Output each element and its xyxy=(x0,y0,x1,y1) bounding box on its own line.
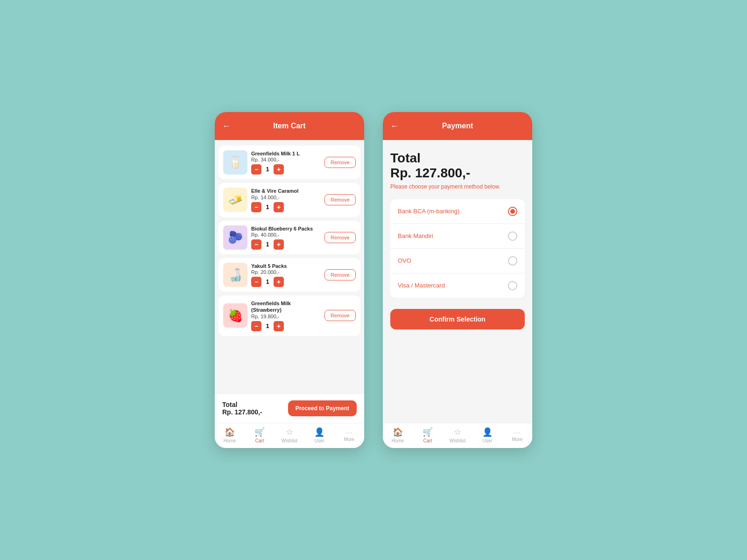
payment-nav-home[interactable]: 🏠 Home xyxy=(387,427,409,443)
qty-controls: − 1 + xyxy=(251,321,321,331)
cart-item-name: Greenfields Milk 1 L xyxy=(251,150,321,157)
payment-screen: ← Payment Total Rp. 127.800,- Please cho… xyxy=(383,112,532,448)
payment-nav-more[interactable]: ··· More xyxy=(506,429,529,442)
payment-option-label: OVO xyxy=(398,257,411,264)
cart-total-amount: Rp. 127.800,- xyxy=(222,408,262,416)
qty-decrease-button[interactable]: − xyxy=(251,239,261,250)
cart-total-label: Total xyxy=(222,401,262,408)
cart-item: 🫐 Biokul Blueberry 6 Packs Rp. 40.000,- … xyxy=(218,221,360,254)
nav-user-label: User xyxy=(314,438,324,443)
qty-decrease-button[interactable]: − xyxy=(251,321,261,331)
payment-total-amount: Rp. 127.800,- xyxy=(390,166,525,181)
qty-value: 1 xyxy=(264,241,271,248)
proceed-to-payment-button[interactable]: Proceed to Payment xyxy=(288,400,357,416)
screens-container: ← Item Cart 🥛 Greenfields Milk 1 L Rp. 3… xyxy=(215,84,532,476)
nav-cart[interactable]: 🛒 Cart xyxy=(248,427,271,443)
nav-cart-label: Cart xyxy=(255,438,264,443)
qty-value: 1 xyxy=(264,323,271,329)
remove-button[interactable]: Remove xyxy=(324,157,356,168)
cart-item-price: Rp. 14.000,- xyxy=(251,195,321,200)
payment-option[interactable]: Bank BCA (m-banking) xyxy=(390,199,525,224)
wishlist-icon: ☆ xyxy=(286,427,293,437)
cart-screen: ← Item Cart 🥛 Greenfields Milk 1 L Rp. 3… xyxy=(215,112,364,448)
payment-body: Total Rp. 127.800,- Please choose your p… xyxy=(383,140,532,423)
nav-user[interactable]: 👤 User xyxy=(308,427,331,443)
remove-button[interactable]: Remove xyxy=(324,310,356,321)
payment-methods-list: Bank BCA (m-banking) Bank Mandiri OVO Vi… xyxy=(390,199,525,298)
payment-nav-more-label: More xyxy=(512,437,523,442)
qty-increase-button[interactable]: + xyxy=(274,239,284,250)
cart-item: 🍓 Greenfields Milk (Strawberry) Rp. 19.8… xyxy=(218,295,360,336)
cart-item-image: 🥛 xyxy=(223,150,247,175)
qty-increase-button[interactable]: + xyxy=(274,164,284,175)
confirm-selection-button[interactable]: Confirm Selection xyxy=(390,309,525,329)
qty-controls: − 1 + xyxy=(251,202,321,212)
remove-button[interactable]: Remove xyxy=(324,232,356,243)
payment-wishlist-icon: ☆ xyxy=(454,427,461,437)
payment-nav-wishlist-label: Wishlist xyxy=(450,438,465,443)
cart-item-image: 🧈 xyxy=(223,188,247,212)
nav-wishlist[interactable]: ☆ Wishlist xyxy=(278,427,301,443)
qty-decrease-button[interactable]: − xyxy=(251,164,261,175)
remove-button[interactable]: Remove xyxy=(324,269,356,280)
payment-nav-cart[interactable]: 🛒 Cart xyxy=(416,427,439,443)
nav-wishlist-label: Wishlist xyxy=(282,438,297,443)
home-icon: 🏠 xyxy=(225,427,235,437)
cart-item: 🍶 Yakult 5 Packs Rp. 20.000,- − 1 + Remo… xyxy=(218,258,360,292)
payment-more-icon: ··· xyxy=(514,429,521,436)
cart-item-price: Rp. 19.800,- xyxy=(251,314,321,319)
payment-nav-user[interactable]: 👤 User xyxy=(476,427,499,443)
payment-option[interactable]: Visa / Mastercard xyxy=(390,273,525,298)
cart-item-price: Rp. 34.000,- xyxy=(251,157,321,162)
qty-controls: − 1 + xyxy=(251,277,321,287)
cart-item-info: Biokul Blueberry 6 Packs Rp. 40.000,- − … xyxy=(251,225,321,250)
radio-inner xyxy=(510,209,515,214)
nav-home[interactable]: 🏠 Home xyxy=(218,427,241,443)
radio-selected xyxy=(508,207,517,216)
qty-increase-button[interactable]: + xyxy=(274,277,284,287)
payment-back-button[interactable]: ← xyxy=(390,121,399,131)
cart-total: Total Rp. 127.800,- xyxy=(222,401,262,416)
cart-item: 🧈 Elle & Vire Caramol Rp. 14.000,- − 1 +… xyxy=(218,183,360,217)
cart-item-name: Elle & Vire Caramol xyxy=(251,188,321,194)
qty-increase-button[interactable]: + xyxy=(274,202,284,212)
payment-user-icon: 👤 xyxy=(482,427,493,437)
payment-option-label: Visa / Mastercard xyxy=(398,282,445,289)
cart-items-list: 🥛 Greenfields Milk 1 L Rp. 34.000,- − 1 … xyxy=(215,140,364,393)
qty-increase-button[interactable]: + xyxy=(274,321,284,331)
cart-footer: Total Rp. 127.800,- Proceed to Payment xyxy=(215,393,364,423)
payment-home-icon: 🏠 xyxy=(393,427,403,437)
qty-decrease-button[interactable]: − xyxy=(251,202,261,212)
cart-icon: 🛒 xyxy=(254,427,265,437)
cart-back-button[interactable]: ← xyxy=(222,121,231,131)
cart-item-image: 🍶 xyxy=(223,263,247,287)
nav-home-label: Home xyxy=(224,438,236,443)
remove-button[interactable]: Remove xyxy=(324,194,356,205)
cart-item-price: Rp. 20.000,- xyxy=(251,269,321,275)
payment-nav-cart-label: Cart xyxy=(423,438,432,443)
cart-item-price: Rp. 40.000,- xyxy=(251,232,321,238)
cart-item-info: Greenfields Milk 1 L Rp. 34.000,- − 1 + xyxy=(251,150,321,175)
payment-nav-wishlist[interactable]: ☆ Wishlist xyxy=(446,427,469,443)
cart-title: Item Cart xyxy=(222,122,357,130)
payment-option-label: Bank Mandiri xyxy=(398,232,433,239)
qty-controls: − 1 + xyxy=(251,239,321,250)
payment-subtitle: Please choose your payment method below. xyxy=(390,183,525,190)
qty-value: 1 xyxy=(264,204,271,210)
payment-option[interactable]: Bank Mandiri xyxy=(390,224,525,249)
payment-header: ← Payment xyxy=(383,112,532,140)
payment-nav-home-label: Home xyxy=(392,438,404,443)
payment-bottom-nav: 🏠 Home 🛒 Cart ☆ Wishlist 👤 User ··· More xyxy=(383,423,532,448)
cart-item-info: Yakult 5 Packs Rp. 20.000,- − 1 + xyxy=(251,263,321,287)
cart-bottom-nav: 🏠 Home 🛒 Cart ☆ Wishlist 👤 User ··· More xyxy=(215,423,364,448)
qty-controls: − 1 + xyxy=(251,164,321,175)
payment-nav-user-label: User xyxy=(482,438,492,443)
qty-decrease-button[interactable]: − xyxy=(251,277,261,287)
more-icon: ··· xyxy=(346,429,352,436)
radio-unselected xyxy=(508,256,517,266)
qty-value: 1 xyxy=(264,279,271,285)
radio-unselected xyxy=(508,281,517,290)
cart-item-info: Greenfields Milk (Strawberry) Rp. 19.800… xyxy=(251,300,321,331)
payment-option[interactable]: OVO xyxy=(390,249,525,273)
nav-more[interactable]: ··· More xyxy=(338,429,360,442)
